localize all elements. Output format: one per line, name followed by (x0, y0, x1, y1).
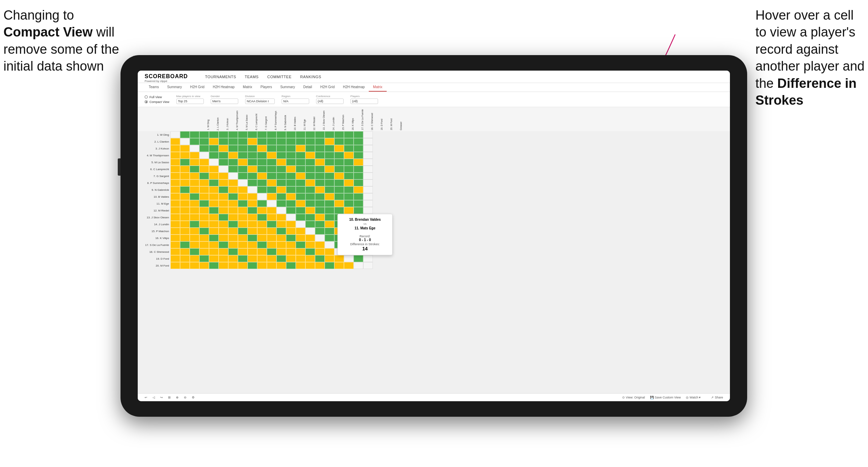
grid-cell[interactable] (219, 186, 228, 193)
grid-cell[interactable] (209, 138, 219, 145)
grid-cell[interactable] (276, 248, 286, 255)
grid-cell[interactable] (248, 262, 257, 269)
grid-cell[interactable] (354, 255, 363, 262)
grid-cell[interactable] (190, 152, 199, 159)
grid-cell[interactable] (209, 131, 219, 138)
grid-cell[interactable] (180, 138, 190, 145)
max-players-select[interactable]: Top 25 (176, 98, 204, 104)
grid-cell[interactable] (286, 152, 296, 159)
grid-cell[interactable] (248, 235, 257, 241)
grid-cell[interactable] (180, 235, 190, 241)
grid-cell[interactable] (238, 241, 248, 248)
grid-cell[interactable] (363, 179, 373, 186)
grid-cell[interactable] (296, 159, 305, 166)
grid-cell[interactable] (334, 262, 344, 269)
grid-cell[interactable] (209, 166, 219, 173)
grid-cell[interactable] (267, 138, 276, 145)
grid-cell[interactable] (315, 214, 325, 221)
grid-cell[interactable] (363, 193, 373, 200)
grid-cell[interactable] (238, 173, 248, 179)
grid-cell[interactable] (296, 166, 305, 173)
grid-cell[interactable] (286, 166, 296, 173)
grid-cell[interactable] (248, 159, 257, 166)
grid-cell[interactable] (248, 207, 257, 214)
grid-cell[interactable] (248, 255, 257, 262)
grid-cell[interactable] (296, 186, 305, 193)
grid-cell[interactable] (363, 173, 373, 179)
gender-select[interactable]: Men's (211, 98, 238, 104)
grid-cell[interactable] (296, 235, 305, 241)
tab-h2h-grid[interactable]: H2H Grid (186, 83, 209, 92)
grid-cell[interactable] (228, 235, 238, 241)
grid-cell[interactable] (363, 186, 373, 193)
grid-cell[interactable] (238, 214, 248, 221)
grid-cell[interactable] (286, 159, 296, 166)
grid-cell[interactable] (305, 200, 315, 207)
grid-cell[interactable] (190, 186, 199, 193)
grid-cell[interactable] (344, 207, 354, 214)
grid-cell[interactable] (248, 152, 257, 159)
grid-cell[interactable] (296, 138, 305, 145)
back-button[interactable]: ◁ (153, 396, 155, 399)
grid-cell[interactable] (257, 214, 267, 221)
grid-cell[interactable] (344, 262, 354, 269)
grid-cell[interactable] (363, 166, 373, 173)
grid-cell[interactable] (325, 138, 334, 145)
grid-cell[interactable] (219, 152, 228, 159)
grid-cell[interactable] (180, 131, 190, 138)
grid-cell[interactable] (219, 179, 228, 186)
grid-cell[interactable] (315, 138, 325, 145)
nav-teams[interactable]: TEAMS (245, 75, 259, 82)
grid-cell[interactable] (199, 159, 209, 166)
grid-cell[interactable] (315, 241, 325, 248)
grid-cell[interactable] (267, 262, 276, 269)
grid-cell[interactable] (344, 138, 354, 145)
tab-summary-2[interactable]: Summary (276, 83, 299, 92)
grid-cell[interactable] (199, 152, 209, 159)
grid-cell[interactable] (363, 262, 373, 269)
grid-cell[interactable] (219, 193, 228, 200)
grid-cell[interactable] (190, 221, 199, 228)
grid-cell[interactable] (267, 228, 276, 235)
grid-cell[interactable] (219, 207, 228, 214)
grid-cell[interactable] (248, 214, 257, 221)
grid-cell[interactable] (180, 200, 190, 207)
grid-cell[interactable] (315, 193, 325, 200)
grid-cell[interactable] (228, 255, 238, 262)
grid-cell[interactable] (180, 248, 190, 255)
grid-cell[interactable] (228, 193, 238, 200)
view-full-option[interactable]: Full View (145, 95, 169, 99)
grid-cell[interactable] (354, 131, 363, 138)
grid-cell[interactable] (228, 248, 238, 255)
grid-cell[interactable] (334, 179, 344, 186)
grid-cell[interactable] (219, 241, 228, 248)
grid-cell[interactable] (305, 193, 315, 200)
grid-cell[interactable] (315, 221, 325, 228)
grid-cell[interactable] (305, 138, 315, 145)
grid-cell[interactable] (209, 241, 219, 248)
grid-cell[interactable] (286, 221, 296, 228)
grid-cell[interactable] (325, 255, 334, 262)
grid-cell[interactable] (267, 248, 276, 255)
grid-cell[interactable] (344, 159, 354, 166)
grid-cell[interactable] (170, 207, 180, 214)
grid-cell[interactable] (238, 138, 248, 145)
grid-cell[interactable] (286, 262, 296, 269)
grid-cell[interactable] (305, 159, 315, 166)
grid-cell[interactable] (344, 173, 354, 179)
grid-cell[interactable] (209, 248, 219, 255)
grid-cell[interactable] (315, 262, 325, 269)
grid-cell[interactable] (305, 145, 315, 152)
grid-cell[interactable] (276, 166, 286, 173)
grid-cell[interactable] (219, 255, 228, 262)
grid-cell[interactable] (238, 221, 248, 228)
grid-cell[interactable] (344, 255, 354, 262)
grid-cell[interactable] (190, 207, 199, 214)
grid-cell[interactable] (276, 131, 286, 138)
grid-cell[interactable] (248, 186, 257, 193)
tab-h2h-heatmap[interactable]: H2H Heatmap (209, 83, 239, 92)
grid-cell[interactable] (209, 145, 219, 152)
grid-cell[interactable] (286, 228, 296, 235)
grid-cell[interactable] (267, 207, 276, 214)
grid-cell[interactable] (209, 235, 219, 241)
